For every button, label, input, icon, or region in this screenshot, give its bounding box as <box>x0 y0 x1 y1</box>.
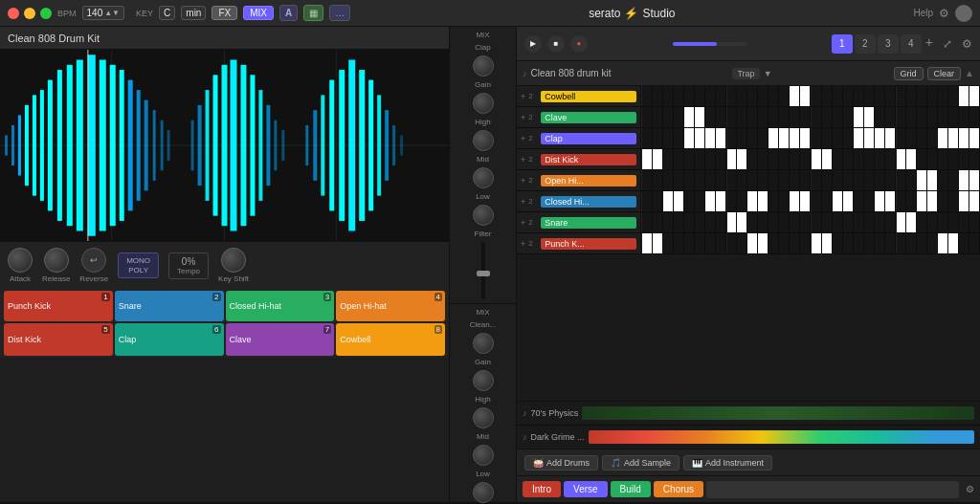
seq-cell[interactable] <box>716 107 726 127</box>
seq-cell[interactable] <box>747 128 758 148</box>
seq-cell[interactable] <box>833 233 843 253</box>
seq-cell[interactable] <box>843 170 854 190</box>
seq-cell[interactable] <box>684 107 695 127</box>
seq-cell[interactable] <box>896 128 907 148</box>
seq-cell[interactable] <box>768 128 779 148</box>
seq-cell[interactable] <box>779 107 790 127</box>
seq-cell[interactable] <box>959 191 969 211</box>
seq-cell[interactable] <box>969 233 980 253</box>
add-instrument-button[interactable]: 🎹 Add Instrument <box>683 455 772 471</box>
seq-cell[interactable] <box>917 86 927 106</box>
icon-a-button[interactable]: A <box>279 5 298 21</box>
seq-cell[interactable] <box>695 107 705 127</box>
seq-cell[interactable] <box>790 233 800 253</box>
seq-cell[interactable] <box>663 149 674 169</box>
seq-cell[interactable] <box>768 170 779 190</box>
seq-cell[interactable] <box>716 191 726 211</box>
seq-cell[interactable] <box>854 128 864 148</box>
instrument-waveform-grime[interactable] <box>589 430 974 444</box>
seq-cell[interactable] <box>896 191 907 211</box>
seq-cell[interactable] <box>641 170 653 190</box>
seq-cell[interactable] <box>684 128 695 148</box>
seq-cell[interactable] <box>917 191 927 211</box>
seq-cell[interactable] <box>959 86 969 106</box>
seq-cell[interactable] <box>779 233 790 253</box>
seq-num-2[interactable]: 2 <box>855 34 876 54</box>
seq-cell[interactable] <box>758 191 768 211</box>
seq-cell[interactable] <box>854 86 864 106</box>
seq-cell[interactable] <box>896 86 907 106</box>
seq-cell[interactable] <box>896 170 907 190</box>
seq-cell[interactable] <box>906 107 917 127</box>
settings-seq-icon[interactable]: ⚙ <box>962 37 972 51</box>
seq-cell[interactable] <box>959 149 969 169</box>
gain-knob2[interactable] <box>473 333 494 354</box>
seq-cell[interactable] <box>747 107 758 127</box>
seq-cell[interactable] <box>917 170 927 190</box>
seq-cell[interactable] <box>695 86 705 106</box>
seq-cell[interactable] <box>726 107 738 127</box>
pad-snare[interactable]: Snare 2 <box>115 291 224 321</box>
seq-cell[interactable] <box>885 233 896 253</box>
seq-cell[interactable] <box>684 233 695 253</box>
seq-cell[interactable] <box>927 107 938 127</box>
seq-cell[interactable] <box>790 107 800 127</box>
seq-cell[interactable] <box>705 212 716 232</box>
seq-cell[interactable] <box>948 149 959 169</box>
seq-cell[interactable] <box>854 191 864 211</box>
seq-cell[interactable] <box>906 212 917 232</box>
arr-intro-button[interactable]: Intro <box>523 481 561 497</box>
seq-cell[interactable] <box>811 149 822 169</box>
clear-button[interactable]: Clear <box>927 67 962 80</box>
seq-cell[interactable] <box>663 191 674 211</box>
seq-cell[interactable] <box>716 149 726 169</box>
attack-control[interactable]: Attack <box>8 248 33 283</box>
pad-closed-hihat[interactable]: Closed Hi-hat 3 <box>226 291 335 321</box>
seq-cell[interactable] <box>674 107 684 127</box>
seq-cell[interactable] <box>948 233 959 253</box>
add-sample-button[interactable]: 🎵 Add Sample <box>602 455 679 471</box>
seq-cell[interactable] <box>695 149 705 169</box>
track-cells-cowbell[interactable] <box>641 86 980 106</box>
tempo-control[interactable]: 0% Tempo <box>168 252 209 279</box>
track-cells-snare[interactable] <box>641 212 980 232</box>
seq-cell[interactable] <box>811 128 822 148</box>
seq-cell[interactable] <box>737 170 747 190</box>
seq-cell[interactable] <box>768 212 779 232</box>
settings-icon[interactable]: ⚙ <box>939 7 949 20</box>
seq-cell[interactable] <box>674 128 684 148</box>
instrument-waveform-physics[interactable] <box>582 406 974 420</box>
seq-cell[interactable] <box>938 128 948 148</box>
stop-button[interactable]: ■ <box>547 35 565 53</box>
play-button[interactable]: ▶ <box>524 35 542 53</box>
seq-cell[interactable] <box>843 149 854 169</box>
seq-cell[interactable] <box>768 107 779 127</box>
track-cells-clap[interactable] <box>641 128 980 148</box>
icon-c-button[interactable]: … <box>329 5 350 21</box>
seq-cell[interactable] <box>864 170 875 190</box>
seq-cell[interactable] <box>833 107 843 127</box>
seq-cell[interactable] <box>653 107 663 127</box>
seq-cell[interactable] <box>800 149 811 169</box>
filter-knob2[interactable] <box>473 482 494 503</box>
seq-cell[interactable] <box>875 149 885 169</box>
high-knob2[interactable] <box>473 370 494 391</box>
seq-cell[interactable] <box>917 212 927 232</box>
filter-knob[interactable] <box>473 205 494 226</box>
gain-knob[interactable] <box>473 55 494 77</box>
seq-cell[interactable] <box>779 212 790 232</box>
seq-cell[interactable] <box>768 191 779 211</box>
seq-cell[interactable] <box>641 149 653 169</box>
seq-cell[interactable] <box>747 170 758 190</box>
seq-cell[interactable] <box>758 212 768 232</box>
seq-cell[interactable] <box>663 233 674 253</box>
seq-cell[interactable] <box>854 170 864 190</box>
mix-button[interactable]: MIX <box>243 6 274 20</box>
seq-cell[interactable] <box>705 86 716 106</box>
seq-cell[interactable] <box>843 212 854 232</box>
seq-cell[interactable] <box>833 170 843 190</box>
seq-cell[interactable] <box>927 149 938 169</box>
seq-cell[interactable] <box>716 128 726 148</box>
seq-cell[interactable] <box>969 128 980 148</box>
seq-cell[interactable] <box>726 212 738 232</box>
